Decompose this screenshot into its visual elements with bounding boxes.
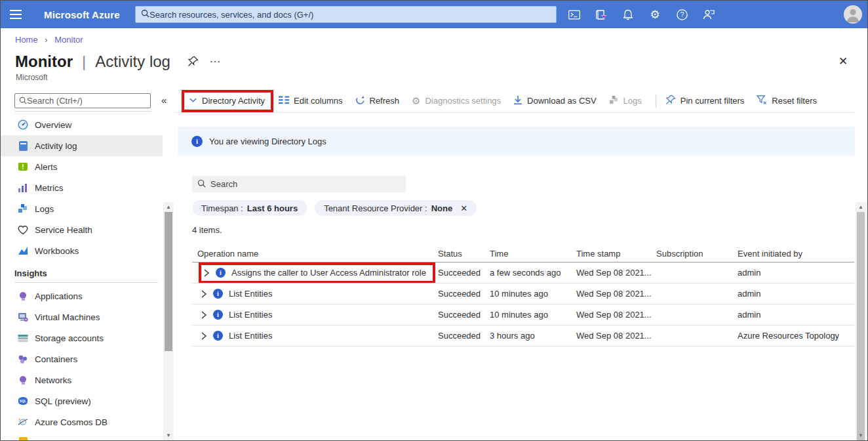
close-blade-icon[interactable]: ✕ xyxy=(838,54,848,68)
tenant-filter-label: Tenant Resource Provider : xyxy=(324,203,427,213)
event-initiated-by: admin xyxy=(738,289,854,299)
table-row[interactable]: Assigns the caller to User Access Admini… xyxy=(192,262,854,284)
refresh-button[interactable]: Refresh xyxy=(355,95,400,107)
breadcrumb-home-link[interactable]: Home xyxy=(15,35,38,45)
containers-icon xyxy=(18,354,28,364)
breadcrumb: Home › Monitor xyxy=(15,35,83,45)
sidebar-search[interactable] xyxy=(14,93,151,108)
info-banner-text: You are viewing Directory Logs xyxy=(209,136,326,146)
more-options-icon[interactable]: … xyxy=(209,52,222,71)
log-search-input[interactable] xyxy=(210,179,401,189)
scroll-up-arrow[interactable]: ▲ xyxy=(856,202,866,212)
expand-chevron-icon[interactable] xyxy=(203,269,210,277)
scroll-down-arrow[interactable]: ▼ xyxy=(163,430,174,440)
log-search[interactable] xyxy=(192,176,406,192)
sidebar-item-logs[interactable]: Logs xyxy=(1,198,163,219)
table-row[interactable]: List Entities Succeeded 3 hours ago Wed … xyxy=(192,326,854,346)
column-header-operation-name[interactable]: Operation name xyxy=(192,249,438,259)
virtual-machines-icon xyxy=(18,312,28,322)
activity-log-icon xyxy=(18,140,28,151)
scroll-down-arrow[interactable]: ▼ xyxy=(856,430,866,440)
hamburger-menu-icon[interactable] xyxy=(1,1,33,28)
help-icon[interactable]: ? xyxy=(676,9,688,20)
scroll-up-arrow[interactable]: ▲ xyxy=(163,202,174,212)
sidebar-item-label: Containers xyxy=(35,354,77,364)
sidebar-item-azure-cosmos-db[interactable]: Azure Cosmos DB xyxy=(1,411,163,432)
sidebar-item-label: Metrics xyxy=(35,183,64,193)
sidebar-item-virtual-machines[interactable]: Virtual Machines xyxy=(1,306,163,327)
highlighted-operation: Assigns the caller to User Access Admini… xyxy=(199,262,435,283)
activity-log-table: Operation name Status Time Time stamp Su… xyxy=(192,245,854,346)
operation-name: List Entities xyxy=(229,310,272,320)
sidebar-item-overview[interactable]: Overview xyxy=(1,114,163,135)
directory-filter-icon[interactable] xyxy=(595,9,607,20)
sidebar-item-sql-preview[interactable]: SQL (preview) xyxy=(1,390,163,411)
sidebar-item-metrics[interactable]: Metrics xyxy=(1,177,163,198)
storage-accounts-icon xyxy=(18,333,28,343)
search-icon xyxy=(19,95,27,107)
sidebar-item-storage-accounts[interactable]: Storage accounts xyxy=(1,327,163,348)
sidebar-item-containers[interactable]: Containers xyxy=(1,348,163,369)
download-csv-button[interactable]: Download as CSV xyxy=(513,95,597,107)
tenant-filter-value: None xyxy=(431,203,453,213)
page-title-separator: | xyxy=(82,52,86,71)
collapse-sidebar-icon[interactable]: « xyxy=(161,94,167,106)
sidebar-item-workbooks[interactable]: Workbooks xyxy=(1,240,163,261)
global-search[interactable] xyxy=(135,6,557,23)
pin-current-filters-button[interactable]: Pin current filters xyxy=(665,94,745,107)
timespan-filter-pill[interactable]: Timespan : Last 6 hours xyxy=(192,200,307,216)
sidebar-item-alerts[interactable]: Alerts xyxy=(1,156,163,177)
sidebar-item-networks[interactable]: Networks xyxy=(1,369,163,390)
sidebar-item-activity-log[interactable]: Activity log xyxy=(1,135,163,156)
time: a few seconds ago xyxy=(490,268,576,278)
edit-columns-label: Edit columns xyxy=(294,96,342,106)
time: 10 minutes ago xyxy=(490,310,576,320)
column-header-event-initiated-by[interactable]: Event initiated by xyxy=(738,249,854,259)
expand-chevron-icon[interactable] xyxy=(201,332,207,340)
cosmos-db-icon xyxy=(18,417,28,427)
diagnostics-settings-button[interactable]: ⚙ Diagnostics settings xyxy=(412,96,501,106)
info-icon[interactable] xyxy=(213,310,223,320)
sidebar-item-service-health[interactable]: Service Health xyxy=(1,219,163,240)
expand-chevron-icon[interactable] xyxy=(201,311,207,319)
page-subtitle: Microsoft xyxy=(16,73,48,82)
scrollbar-thumb[interactable] xyxy=(165,212,172,351)
pin-blade-icon[interactable] xyxy=(187,56,199,67)
account-avatar[interactable] xyxy=(844,5,862,24)
info-banner: You are viewing Directory Logs xyxy=(178,127,855,156)
info-icon[interactable] xyxy=(213,331,223,341)
sidebar-item-applications[interactable]: Applications xyxy=(1,285,163,306)
column-header-subscription[interactable]: Subscription xyxy=(656,249,738,259)
breadcrumb-monitor-link[interactable]: Monitor xyxy=(54,35,83,45)
column-header-time[interactable]: Time xyxy=(490,249,576,259)
column-header-status[interactable]: Status xyxy=(438,249,490,259)
feedback-icon[interactable] xyxy=(703,9,715,20)
svg-text:?: ? xyxy=(680,11,684,18)
cloud-shell-icon[interactable] xyxy=(568,9,580,20)
sidebar-search-input[interactable] xyxy=(27,96,146,106)
info-icon[interactable] xyxy=(216,268,226,278)
table-row[interactable]: List Entities Succeeded 10 minutes ago W… xyxy=(192,304,854,326)
reset-filters-button[interactable]: Reset filters xyxy=(757,95,817,107)
expand-chevron-icon[interactable] xyxy=(201,290,207,298)
tenant-resource-provider-filter-pill[interactable]: Tenant Resource Provider : None ✕ xyxy=(315,200,477,216)
time-stamp: Wed Sep 08 2021... xyxy=(576,289,656,299)
scrollbar-thumb[interactable] xyxy=(857,212,865,441)
notifications-bell-icon[interactable] xyxy=(622,9,634,20)
sidebar: « Overview Activity log Alerts M xyxy=(1,89,176,440)
page-title-secondary: Activity log xyxy=(95,52,170,71)
remove-filter-icon[interactable]: ✕ xyxy=(460,203,467,213)
items-count: 4 items. xyxy=(192,225,222,235)
sidebar-item-label: Storage accounts xyxy=(35,333,104,343)
sidebar-divider xyxy=(14,111,151,112)
settings-gear-icon[interactable]: ⚙ xyxy=(649,9,661,20)
logs-button[interactable]: Logs xyxy=(609,95,642,107)
edit-columns-button[interactable]: Edit columns xyxy=(279,96,342,106)
table-row[interactable]: List Entities Succeeded 10 minutes ago W… xyxy=(192,284,854,304)
top-bar: Microsoft Azure ⚙ ? xyxy=(1,1,867,28)
column-header-time-stamp[interactable]: Time stamp xyxy=(576,249,656,259)
global-search-input[interactable] xyxy=(149,10,551,20)
directory-activity-button[interactable]: Directory Activity xyxy=(182,90,273,112)
download-icon xyxy=(513,95,523,107)
info-icon[interactable] xyxy=(213,289,223,299)
